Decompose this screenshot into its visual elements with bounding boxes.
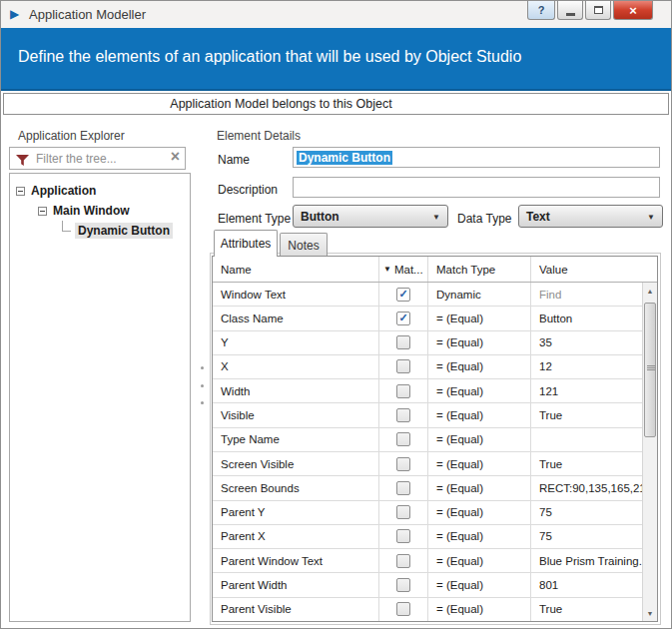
attribute-name-cell: X bbox=[213, 355, 379, 378]
tree-item-application[interactable]: Application bbox=[10, 181, 190, 201]
data-type-label: Data Type bbox=[457, 212, 511, 226]
table-row[interactable]: Parent Y= (Equal)75 bbox=[213, 501, 642, 525]
match-checkbox-checked[interactable]: ✓ bbox=[396, 312, 410, 325]
column-header-value[interactable]: Value bbox=[531, 257, 657, 282]
value-cell[interactable]: Blue Prism Training... bbox=[531, 549, 642, 572]
match-type-cell[interactable]: = (Equal) bbox=[428, 379, 531, 402]
match-checkbox[interactable] bbox=[396, 335, 410, 349]
scroll-up-icon[interactable]: ▲ bbox=[643, 284, 657, 298]
match-checkbox[interactable] bbox=[396, 359, 410, 373]
value-cell[interactable]: 75 bbox=[531, 525, 642, 548]
table-row[interactable]: Width= (Equal)121 bbox=[213, 379, 642, 403]
value-cell[interactable]: 75 bbox=[531, 501, 642, 524]
element-type-dropdown[interactable]: Button ▼ bbox=[293, 205, 448, 228]
match-cell: ✓ bbox=[379, 283, 428, 306]
match-type-cell[interactable]: = (Equal) bbox=[428, 476, 531, 499]
match-type-cell[interactable]: = (Equal) bbox=[428, 525, 531, 548]
help-button[interactable]: ? bbox=[527, 1, 555, 20]
table-row[interactable]: Type Name= (Equal) bbox=[213, 428, 642, 452]
match-checkbox[interactable] bbox=[396, 481, 410, 495]
match-type-cell[interactable]: = (Equal) bbox=[428, 331, 531, 354]
description-label: Description bbox=[218, 183, 278, 197]
minimize-icon bbox=[566, 13, 575, 16]
table-scrollbar[interactable]: ▲ ▼ bbox=[642, 283, 657, 621]
table-row[interactable]: Y= (Equal)35 bbox=[213, 331, 642, 355]
match-checkbox[interactable] bbox=[396, 578, 410, 592]
match-type-cell[interactable]: = (Equal) bbox=[428, 355, 531, 378]
collapse-icon[interactable] bbox=[16, 187, 25, 196]
match-checkbox[interactable] bbox=[396, 554, 410, 568]
match-type-cell[interactable]: = (Equal) bbox=[428, 573, 531, 596]
name-field[interactable]: Dynamic Button bbox=[293, 147, 660, 168]
value-cell[interactable]: 121 bbox=[531, 379, 642, 402]
element-type-value: Button bbox=[301, 210, 339, 224]
attribute-name-cell: Parent Window Text bbox=[213, 549, 379, 572]
table-row[interactable]: Class Name✓= (Equal)Button bbox=[213, 307, 642, 330]
match-checkbox[interactable] bbox=[396, 505, 410, 519]
close-icon: × bbox=[629, 3, 637, 18]
column-header-match-type[interactable]: Match Type bbox=[428, 257, 531, 282]
match-checkbox[interactable] bbox=[396, 384, 410, 398]
scrollbar-thumb[interactable] bbox=[644, 303, 656, 437]
match-cell bbox=[379, 573, 428, 596]
tree-item-main-window[interactable]: Main Window bbox=[10, 201, 190, 221]
table-row[interactable]: Parent Width= (Equal)801 bbox=[213, 573, 642, 597]
table-row[interactable]: Screen Visible= (Equal)True bbox=[213, 452, 642, 476]
match-checkbox[interactable] bbox=[396, 432, 410, 446]
close-button[interactable]: × bbox=[613, 1, 653, 20]
panel-splitter-handle[interactable] bbox=[200, 366, 204, 404]
column-header-name[interactable]: Name bbox=[213, 257, 379, 282]
description-field[interactable] bbox=[293, 177, 660, 198]
collapse-icon[interactable] bbox=[38, 207, 47, 216]
match-checkbox-checked[interactable]: ✓ bbox=[396, 288, 410, 302]
table-row[interactable]: Window Text✓DynamicFind bbox=[213, 283, 642, 307]
match-type-cell[interactable]: = (Equal) bbox=[428, 501, 531, 524]
tree-filter-input[interactable] bbox=[36, 149, 160, 168]
value-cell[interactable]: RECT:90,135,165,210 bbox=[531, 476, 642, 499]
title-bar[interactable]: ▶ Application Modeller ? × bbox=[1, 1, 671, 28]
match-checkbox[interactable] bbox=[396, 529, 410, 543]
table-row[interactable]: Visible= (Equal)True bbox=[213, 403, 642, 427]
value-cell[interactable]: Button bbox=[531, 307, 642, 329]
value-cell[interactable] bbox=[531, 428, 642, 451]
match-type-cell[interactable]: = (Equal) bbox=[428, 403, 531, 426]
column-header-match[interactable]: ▼ Mat... bbox=[379, 257, 428, 282]
tab-attributes[interactable]: Attributes bbox=[214, 230, 278, 257]
table-row[interactable]: Screen Bounds= (Equal)RECT:90,135,165,21… bbox=[213, 476, 642, 500]
data-type-dropdown[interactable]: Text ▼ bbox=[518, 205, 663, 228]
table-row[interactable]: Parent Visible= (Equal)True bbox=[213, 598, 642, 621]
value-cell[interactable]: 35 bbox=[531, 331, 642, 354]
value-cell[interactable]: True bbox=[531, 598, 642, 621]
name-field-selected-text: Dynamic Button bbox=[297, 151, 392, 165]
value-cell[interactable]: Find bbox=[531, 283, 642, 306]
match-checkbox[interactable] bbox=[396, 408, 410, 422]
column-header-match-label: Mat... bbox=[394, 264, 423, 276]
value-cell[interactable]: 801 bbox=[531, 573, 642, 596]
match-checkbox[interactable] bbox=[396, 457, 410, 471]
match-type-cell[interactable]: = (Equal) bbox=[428, 452, 531, 475]
value-cell[interactable]: True bbox=[531, 403, 642, 426]
tab-notes[interactable]: Notes bbox=[280, 233, 328, 257]
scroll-down-icon[interactable]: ▼ bbox=[643, 606, 657, 620]
value-cell[interactable]: True bbox=[531, 452, 642, 475]
table-row[interactable]: Parent Window Text= (Equal)Blue Prism Tr… bbox=[213, 549, 642, 573]
table-row[interactable]: X= (Equal)12 bbox=[213, 355, 642, 379]
match-type-cell[interactable]: = (Equal) bbox=[428, 307, 531, 329]
match-type-cell[interactable]: Dynamic bbox=[428, 283, 531, 306]
splitter-dot bbox=[201, 384, 204, 387]
match-checkbox[interactable] bbox=[396, 602, 410, 616]
tree-item-dynamic-button[interactable]: Dynamic Button bbox=[10, 221, 190, 241]
clear-filter-icon[interactable]: × bbox=[171, 148, 180, 166]
filter-icon[interactable]: ▼ bbox=[383, 265, 391, 274]
match-type-cell[interactable]: = (Equal) bbox=[428, 598, 531, 621]
tree-filter-box[interactable]: × bbox=[9, 147, 186, 170]
match-type-cell[interactable]: = (Equal) bbox=[428, 428, 531, 451]
attribute-name-cell: Width bbox=[213, 379, 379, 402]
application-tree[interactable]: ApplicationMain WindowDynamic Button bbox=[9, 173, 191, 622]
maximize-button[interactable] bbox=[585, 1, 611, 20]
attribute-name-cell: Visible bbox=[213, 403, 379, 426]
value-cell[interactable]: 12 bbox=[531, 355, 642, 378]
minimize-button[interactable] bbox=[557, 1, 583, 20]
table-row[interactable]: Parent X= (Equal)75 bbox=[213, 525, 642, 549]
match-type-cell[interactable]: = (Equal) bbox=[428, 549, 531, 572]
